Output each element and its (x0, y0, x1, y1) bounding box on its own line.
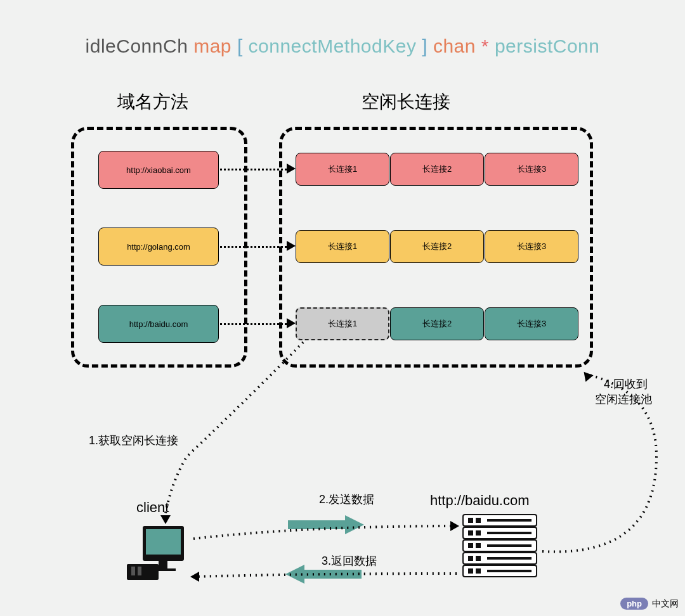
type-signature-title: idleConnCh map [ connectMethodKey ] chan… (0, 35, 685, 57)
conn-r1c1-label: 长连接1 (328, 164, 357, 175)
conn-r3c2-label: 长连接2 (422, 318, 452, 330)
svg-rect-23 (487, 557, 532, 560)
conn-r1c1: 长连接1 (296, 153, 389, 186)
title-persistConn: persistConn (495, 35, 600, 56)
client-computer-icon (124, 520, 187, 583)
domain-key-golang-label: http://golang.com (127, 242, 190, 252)
watermark: php 中文网 (620, 598, 679, 610)
svg-rect-15 (468, 530, 473, 536)
step-3-label: 3.返回数据 (322, 553, 377, 568)
conn-r2c2: 长连接2 (390, 230, 484, 263)
svg-rect-22 (476, 556, 481, 561)
svg-rect-26 (487, 570, 532, 572)
domain-key-xiaobai: http://xiaobai.com (98, 151, 219, 189)
arrowhead-step4-to-pool (580, 368, 593, 382)
php-badge: php (620, 598, 648, 610)
arrowhead-map-row1 (287, 164, 296, 174)
domain-key-baidu: http://baidu.com (98, 305, 219, 343)
send-arrow-head (345, 515, 364, 534)
subtitle-idle-conn: 空闲长连接 (362, 90, 450, 114)
domain-key-xiaobai-label: http://xiaobai.com (126, 165, 191, 175)
domain-key-baidu-label: http://baidu.com (129, 319, 188, 329)
title-star: * (481, 35, 489, 56)
svg-rect-16 (476, 530, 481, 536)
title-rbracket: ] (422, 35, 427, 56)
conn-r3c3: 长连接3 (485, 307, 578, 340)
return-arrow-head (285, 565, 304, 584)
svg-rect-14 (487, 519, 532, 522)
conn-r3c3-label: 长连接3 (517, 318, 546, 330)
title-connectMethodKey: connectMethodKey (249, 35, 417, 56)
conn-r1c3: 长连接3 (485, 153, 578, 186)
arrowhead-map-row3 (287, 318, 296, 328)
svg-rect-12 (468, 518, 473, 523)
svg-rect-18 (468, 543, 473, 548)
arrowhead-step1-to-client (160, 515, 171, 524)
svg-rect-4 (146, 529, 181, 555)
conn-r2c3: 长连接3 (485, 230, 578, 263)
step-1-label: 1.获取空闲长连接 (89, 433, 178, 448)
step-4-label-line2: 空闲连接池 (595, 392, 652, 407)
svg-rect-20 (487, 544, 532, 547)
svg-rect-25 (476, 568, 481, 574)
svg-rect-17 (487, 532, 532, 534)
server-url-label: http://baidu.com (430, 492, 530, 509)
svg-rect-6 (150, 568, 176, 571)
svg-rect-2 (138, 567, 141, 575)
arrowhead-map-row2 (287, 241, 296, 251)
title-map: map (193, 35, 232, 56)
svg-rect-1 (131, 567, 135, 575)
conn-r3c1-label: 长连接1 (328, 318, 357, 330)
arrow-map-row1 (220, 169, 287, 171)
send-arrow-shaft (288, 520, 345, 529)
arrow-map-row2 (220, 246, 287, 248)
client-label: client (136, 499, 169, 516)
conn-r2c1-label: 长连接1 (328, 241, 357, 252)
server-stack-icon (462, 513, 538, 583)
svg-rect-21 (468, 556, 473, 561)
conn-r2c3-label: 长连接3 (517, 241, 546, 252)
svg-rect-19 (476, 543, 481, 548)
arrow-map-row3 (220, 323, 287, 326)
svg-rect-13 (476, 518, 481, 523)
subtitle-domain-method: 域名方法 (117, 90, 188, 114)
title-chan: chan (433, 35, 476, 56)
domain-key-golang: http://golang.com (98, 228, 219, 266)
conn-r2c1: 长连接1 (296, 230, 389, 263)
step-2-label: 2.发送数据 (319, 492, 374, 507)
return-arrow-shaft (304, 570, 362, 579)
conn-r2c2-label: 长连接2 (422, 241, 452, 252)
arrowhead-step2-to-server (450, 521, 459, 531)
conn-r1c2-label: 长连接2 (422, 164, 452, 175)
svg-rect-5 (159, 561, 167, 568)
conn-r3c2: 长连接2 (390, 307, 484, 340)
title-lbracket: [ (237, 35, 243, 56)
title-idleConnCh: idleConnCh (86, 35, 188, 56)
watermark-text: 中文网 (652, 598, 679, 610)
svg-rect-24 (468, 568, 473, 574)
arrowhead-step3-to-client (190, 572, 199, 582)
conn-r3c1-checked-out: 长连接1 (296, 307, 389, 340)
conn-r1c3-label: 长连接3 (517, 164, 546, 175)
conn-r1c2: 长连接2 (390, 153, 484, 186)
step-4-label-line1: 4.回收到 (604, 376, 648, 392)
